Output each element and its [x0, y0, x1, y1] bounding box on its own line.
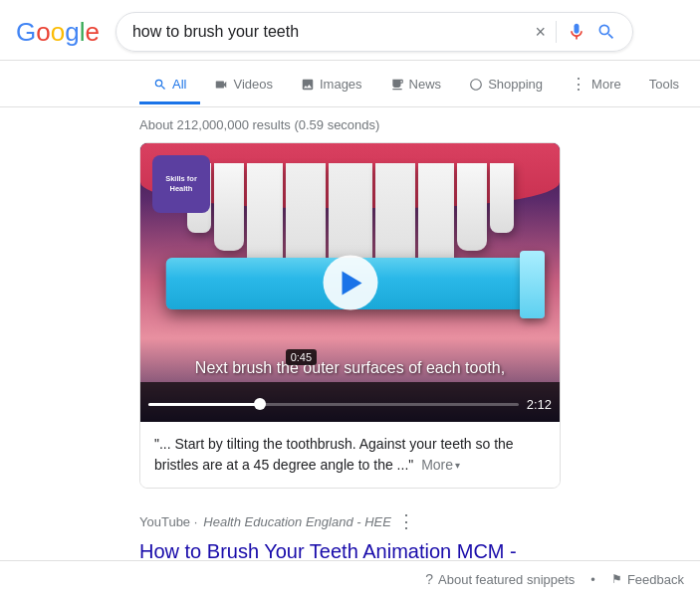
images-tab-icon [301, 78, 315, 92]
source-prefix: YouTube · [139, 514, 197, 529]
footer-dot: • [590, 572, 595, 587]
google-logo: Google [16, 17, 100, 48]
feedback-link[interactable]: ⚑ Feedback [611, 572, 684, 587]
skills-logo: Skills forHealth [152, 155, 210, 213]
video-duration: 2:12 [527, 397, 552, 412]
progress-row: 2:12 [148, 397, 552, 412]
current-time: 0:45 [286, 349, 317, 365]
question-icon: ? [425, 571, 433, 587]
play-button[interactable] [323, 256, 377, 310]
shopping-tab-icon [469, 78, 483, 92]
feedback-icon: ⚑ [611, 572, 622, 586]
video-progress-bar[interactable]: 0:45 2:12 [140, 382, 560, 422]
tab-all-label: All [172, 77, 186, 92]
progress-thumb[interactable] [254, 398, 266, 410]
video-card: Skills forHealth Next brush the outer su… [139, 142, 561, 489]
footer-bar: ? About featured snippets • ⚑ Feedback [0, 560, 700, 597]
source-name: Health Education England - HEE [203, 514, 391, 529]
video-thumbnail[interactable]: Skills forHealth Next brush the outer su… [140, 143, 560, 422]
tab-news[interactable]: News [376, 67, 456, 104]
chevron-down-icon: ▾ [455, 458, 460, 473]
tab-videos-label: Videos [233, 77, 273, 92]
tab-images-label: Images [320, 77, 362, 92]
results-count: About 212,000,000 results (0.59 seconds) [0, 107, 700, 142]
tab-news-label: News [409, 77, 442, 92]
skills-logo-text: Skills forHealth [165, 174, 197, 194]
tab-shopping-label: Shopping [488, 77, 543, 92]
tab-tools-label: Tools [649, 77, 679, 92]
search-divider [556, 21, 557, 43]
mic-icon[interactable] [567, 22, 586, 42]
search-icons: × [535, 21, 616, 43]
videos-tab-icon [214, 78, 228, 92]
news-tab-icon [390, 78, 404, 92]
more-link[interactable]: More ▾ [421, 455, 460, 476]
progress-track[interactable] [148, 403, 519, 406]
tab-videos[interactable]: Videos [200, 67, 287, 104]
header: Google how to brush your teeth × [0, 0, 700, 61]
video-description: "... Start by tilting the toothbrush. Ag… [140, 422, 560, 488]
options-icon[interactable]: ⋮ [397, 510, 414, 532]
featured-snippets-link[interactable]: ? About featured snippets [425, 571, 575, 587]
tab-images[interactable]: Images [287, 67, 376, 104]
tab-more-label: More [591, 77, 621, 92]
play-triangle-icon [343, 271, 362, 295]
search-bar[interactable]: how to brush your teeth × [116, 12, 633, 52]
tab-more[interactable]: ⋮ More [557, 65, 635, 106]
source-info: YouTube · Health Education England - HEE… [139, 500, 561, 538]
nav-tabs: All Videos Images News Shopping ⋮ More T… [0, 61, 700, 107]
progress-fill [148, 403, 260, 406]
search-input[interactable]: how to brush your teeth [132, 23, 527, 41]
tab-shopping[interactable]: Shopping [455, 67, 557, 104]
tab-all[interactable]: All [139, 67, 200, 104]
clear-icon[interactable]: × [535, 22, 546, 43]
all-tab-icon [153, 78, 167, 92]
more-icon: ⋮ [571, 75, 586, 94]
main-content: Skills forHealth Next brush the outer su… [0, 142, 700, 590]
tab-tools[interactable]: Tools [635, 67, 693, 104]
video-caption: Next brush the outer surfaces of each to… [140, 359, 560, 377]
search-button-icon[interactable] [596, 22, 616, 42]
